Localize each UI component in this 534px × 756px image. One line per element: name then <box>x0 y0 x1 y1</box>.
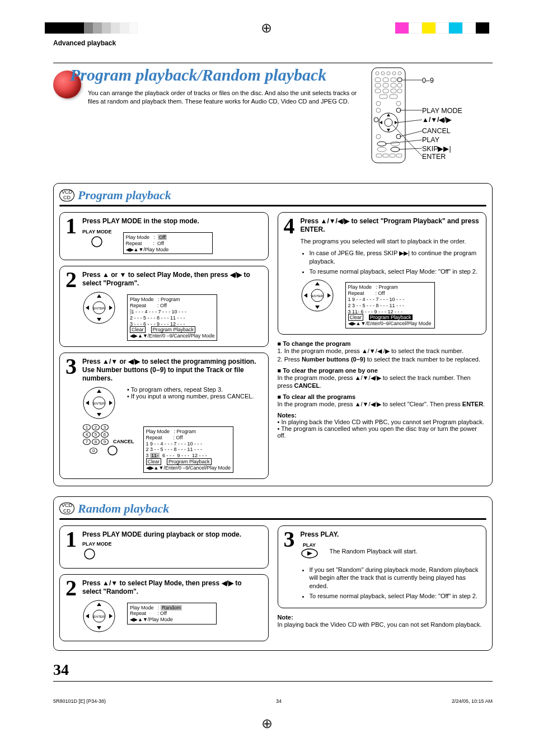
svg-text:ENTER: ENTER <box>311 294 323 298</box>
step-number: 2 <box>65 271 79 341</box>
bullet: To resume normal playback, select Play M… <box>310 267 481 276</box>
subheading: To clear all the programs <box>278 393 487 400</box>
bullet: To resume normal playback, select Play M… <box>310 592 481 600</box>
subheading: To change the program <box>278 340 487 347</box>
step-body: The programs you selected will start to … <box>301 237 481 246</box>
svg-point-51 <box>108 446 117 455</box>
footer-right: 2/24/05, 10:15 AM <box>452 698 493 704</box>
step-body: The Random Playback will start. <box>330 548 418 555</box>
note-text: In playing back the Video CD with PBC, y… <box>278 621 487 629</box>
step-number: 4 <box>284 217 297 328</box>
page-number: 34 <box>53 661 493 679</box>
random-step-3: 3 Press PLAY. PLAY The Random Playback w… <box>278 525 487 608</box>
remote-label-enter: ENTER <box>422 153 446 161</box>
disc-types: VCD CD <box>59 503 74 515</box>
note-text: In playing back the Video CD with PBC, y… <box>281 419 484 425</box>
remote-label-skip: SKIP▶▶| <box>422 144 451 153</box>
page-title: Program playback/Random playback <box>70 65 364 84</box>
remote-label-cancel: CANCEL <box>422 127 451 135</box>
osd-display: Play Mode : Program Repeat : Off 1 9 - -… <box>143 426 233 473</box>
dpad-icon: ENTER <box>82 386 116 420</box>
step-heading: Press PLAY. <box>301 530 481 539</box>
button-icon <box>107 445 118 456</box>
svg-point-44 <box>92 237 102 247</box>
play-button-label: PLAY <box>301 542 318 548</box>
paragraph: In the program mode, press ▲/▼/◀/▶ to se… <box>278 400 487 408</box>
paragraph: In the program mode, press ▲/▼/◀/▶ to se… <box>278 374 487 391</box>
note-title: Note: <box>278 614 487 621</box>
disc-types: VCD CD <box>59 189 74 201</box>
svg-text:ENTER: ENTER <box>93 307 105 310</box>
crosshair-icon: ⊕ <box>261 20 272 35</box>
remote-label-play: PLAY <box>422 136 439 144</box>
step-number: 2 <box>65 579 79 633</box>
step-heading: Press ▲/▼/◀/▶ to select "Program Playbac… <box>301 217 481 234</box>
playmode-button-label: PLAY MODE <box>82 229 112 234</box>
svg-point-55 <box>85 549 95 559</box>
osd-display: Play Mode : Off Repeat : Off ◀▶▲▼/Play M… <box>123 232 213 254</box>
osd-display: Play Mode : Random Repeat : Off ◀▶▲▼/Pla… <box>127 603 217 624</box>
dpad-icon: ENTER <box>82 291 116 325</box>
step-heading: Press ▲ or ▼ to select Play Mode, then p… <box>82 271 263 288</box>
subheading: To clear the program one by one <box>278 367 487 374</box>
note-text: The program is cancelled when you open t… <box>278 425 477 439</box>
step-3: 3 Press ▲/▼ or ◀/▶ to select the program… <box>59 353 269 479</box>
svg-text:ENTER: ENTER <box>93 615 105 618</box>
program-playback-title: Program playback <box>78 188 171 203</box>
paragraph: 2. Press Number buttons (0–9) to select … <box>278 355 487 364</box>
bullet: If you set "Random" during playback mode… <box>310 566 481 591</box>
intro-text: You can arrange the playback order of tr… <box>88 89 364 106</box>
footer-line: 5R80101D [E] (P34-38) 34 2/24/05, 10:15 … <box>53 698 493 704</box>
remote-label-playmode: PLAY MODE <box>422 107 462 115</box>
step-4: 4 Press ▲/▼/◀/▶ to select "Program Playb… <box>278 212 487 335</box>
dpad-icon: ENTER <box>301 279 334 312</box>
osd-display: Play Mode : Program Repeat : Off 1 9 - -… <box>345 282 435 328</box>
footer-left: 5R80101D [E] (P34-38) <box>53 698 106 704</box>
random-step-1: 1 Press PLAY MODE during playback or sto… <box>59 525 269 569</box>
remote-icon <box>368 67 419 165</box>
paragraph: 1. In the program mode, press ▲/▼/◀ /▶ t… <box>278 347 487 355</box>
registration-bar-top: ⊕ <box>0 21 534 35</box>
step-heading: Press ▲/▼ to select Play Mode, then pres… <box>82 579 263 596</box>
dpad-icon: ENTER <box>82 599 116 633</box>
svg-text:ENTER: ENTER <box>93 402 105 405</box>
playmode-button-label: PLAY MODE <box>82 541 263 547</box>
random-playback-title: Random playback <box>78 501 169 516</box>
step-number: 3 <box>284 530 297 602</box>
step-number: 3 <box>65 358 79 473</box>
step-number: 1 <box>65 217 79 254</box>
play-button-icon <box>301 548 318 559</box>
notes-title: Notes: <box>278 412 487 419</box>
step-2: 2 Press ▲ or ▼ to select Play Mode, then… <box>59 266 269 347</box>
button-icon <box>90 234 104 249</box>
step-1: 1 Press PLAY MODE in the stop mode. PLAY… <box>59 212 269 260</box>
bullet: In case of JPEG file, press SKIP ▶▶| to … <box>310 249 481 266</box>
button-icon <box>82 547 97 561</box>
step-heading: Press PLAY MODE in the stop mode. <box>82 217 263 226</box>
footer-mid: 34 <box>276 698 282 704</box>
step-heading: Press ▲/▼ or ◀/▶ to select the programmi… <box>82 358 263 383</box>
remote-label-numbers: 0–9 <box>422 77 434 84</box>
section-label: Advanced playback <box>53 35 493 63</box>
remote-diagram: 0–9 PLAY MODE ▲/▼/◀/▶ CANCEL PLAY SKIP▶▶… <box>364 67 493 173</box>
svg-point-26 <box>385 119 392 126</box>
osd-display: Play Mode : Program Repeat : Off 1 - - -… <box>127 294 217 341</box>
crosshair-icon: ⊕ <box>261 716 273 730</box>
step-number: 1 <box>65 530 79 562</box>
step-heading: Press PLAY MODE during playback or stop … <box>82 530 263 539</box>
random-step-2: 2 Press ▲/▼ to select Play Mode, then pr… <box>59 574 269 641</box>
remote-label-arrows: ▲/▼/◀/▶ <box>422 116 451 124</box>
